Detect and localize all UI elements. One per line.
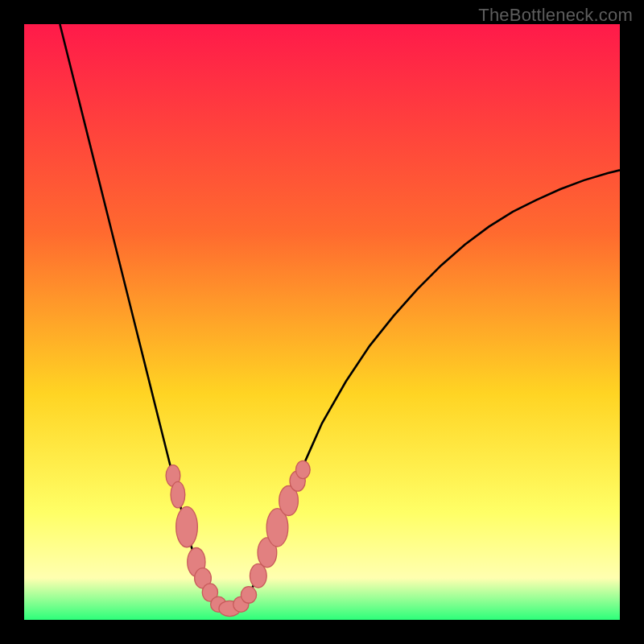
chart-frame: TheBottleneck.com (0, 0, 644, 644)
watermark-text: TheBottleneck.com (478, 5, 633, 26)
plot-area (24, 24, 620, 620)
curve-layer (24, 24, 620, 620)
data-marker (241, 587, 256, 604)
data-marker (295, 460, 310, 478)
data-marker (250, 564, 266, 588)
right-curve (238, 170, 620, 606)
data-markers (166, 460, 310, 616)
data-marker (176, 506, 198, 547)
data-marker (171, 481, 185, 508)
